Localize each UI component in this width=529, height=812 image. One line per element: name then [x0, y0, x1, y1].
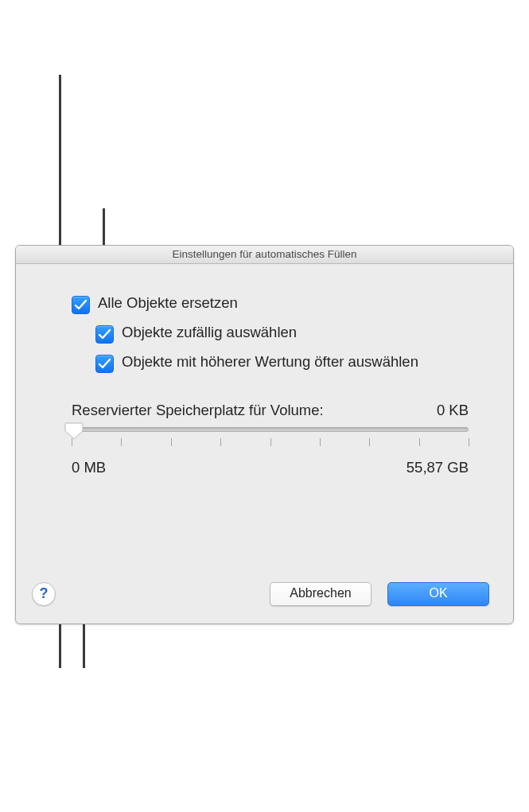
- reserved-space-slider[interactable]: [72, 424, 469, 457]
- checkbox-random-select[interactable]: [95, 325, 114, 344]
- slider-label: Reservierter Speicherplatz für Volume:: [72, 402, 324, 419]
- dialog-content: Alle Objekte ersetzen Objekte zufällig a…: [16, 264, 513, 500]
- slider-tick: [220, 438, 221, 446]
- autofill-settings-dialog: Einstellungen für automatisches Füllen A…: [15, 245, 514, 624]
- checkbox-row-higher-rating: Objekte mit höherer Wertung öfter auswäh…: [95, 353, 476, 373]
- checkbox-row-replace-all: Alle Objekte ersetzen: [72, 294, 476, 314]
- checkbox-replace-all[interactable]: [72, 296, 90, 314]
- checkbox-label: Objekte mit höherer Wertung öfter auswäh…: [122, 353, 418, 371]
- slider-value: 0 KB: [437, 402, 469, 419]
- checkbox-label: Alle Objekte ersetzen: [98, 294, 238, 312]
- checkbox-row-random-select: Objekte zufällig auswählen: [95, 324, 476, 344]
- check-icon: [98, 328, 111, 340]
- ok-button[interactable]: OK: [387, 582, 489, 606]
- slider-track: [72, 427, 469, 432]
- slider-thumb[interactable]: [64, 422, 84, 440]
- slider-tick: [171, 438, 172, 446]
- cancel-button[interactable]: Abbrechen: [270, 582, 371, 606]
- checkbox-label: Objekte zufällig auswählen: [122, 324, 297, 341]
- slider-tick: [320, 438, 321, 446]
- dialog-title: Einstellungen für automatisches Füllen: [16, 246, 513, 264]
- slider-tick: [369, 438, 370, 446]
- dialog-buttons: Abbrechen OK: [32, 582, 489, 606]
- slider-max-label: 55,87 GB: [406, 459, 469, 476]
- slider-tick: [121, 438, 122, 446]
- slider-tick: [469, 438, 469, 446]
- slider-label-row: Reservierter Speicherplatz für Volume: 0…: [72, 402, 469, 419]
- check-icon: [98, 358, 111, 370]
- check-icon: [74, 299, 88, 311]
- slider-tick: [270, 438, 271, 446]
- reserved-space-section: Reservierter Speicherplatz für Volume: 0…: [72, 402, 476, 476]
- slider-scale-labels: 0 MB 55,87 GB: [72, 459, 469, 476]
- slider-min-label: 0 MB: [72, 459, 106, 476]
- slider-tick: [419, 438, 420, 446]
- checkbox-higher-rating[interactable]: [95, 355, 114, 373]
